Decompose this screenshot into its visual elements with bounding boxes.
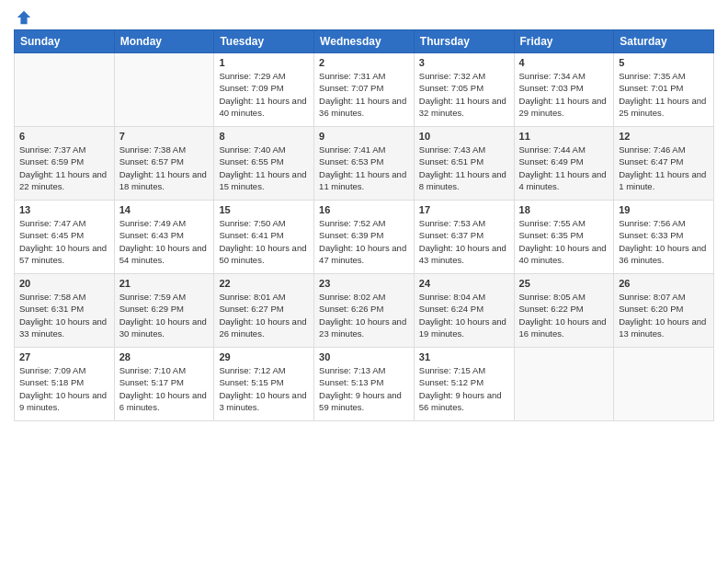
day-number: 21 [119, 278, 210, 289]
calendar-cell: 27Sunrise: 7:09 AMSunset: 5:18 PMDayligh… [15, 348, 115, 421]
calendar-cell: 12Sunrise: 7:46 AMSunset: 6:47 PMDayligh… [614, 127, 714, 201]
calendar-cell: 25Sunrise: 8:05 AMSunset: 6:22 PMDayligh… [514, 274, 614, 348]
logo-icon [16, 9, 32, 26]
day-info: Sunrise: 7:49 AMSunset: 6:43 PMDaylight:… [119, 217, 210, 266]
day-info: Sunrise: 7:12 AMSunset: 5:15 PMDaylight:… [219, 364, 309, 413]
calendar-cell: 15Sunrise: 7:50 AMSunset: 6:41 PMDayligh… [214, 201, 314, 274]
day-info: Sunrise: 8:07 AMSunset: 6:20 PMDaylight:… [619, 291, 709, 339]
calendar-cell: 14Sunrise: 7:49 AMSunset: 6:43 PMDayligh… [114, 201, 214, 274]
day-info: Sunrise: 7:58 AMSunset: 6:31 PMDaylight:… [19, 291, 109, 339]
day-number: 23 [319, 278, 409, 289]
day-number: 24 [419, 278, 509, 289]
day-number: 19 [619, 204, 709, 215]
day-number: 17 [419, 204, 509, 215]
page: SundayMondayTuesdayWednesdayThursdayFrid… [0, 0, 728, 563]
calendar-cell: 4Sunrise: 7:34 AMSunset: 7:03 PMDaylight… [514, 53, 614, 127]
calendar-header-monday: Monday [114, 30, 214, 53]
day-info: Sunrise: 7:44 AMSunset: 6:49 PMDaylight:… [519, 144, 609, 192]
calendar-cell: 7Sunrise: 7:38 AMSunset: 6:57 PMDaylight… [114, 127, 214, 201]
calendar-cell: 9Sunrise: 7:41 AMSunset: 6:53 PMDaylight… [314, 127, 415, 201]
day-number: 3 [419, 57, 509, 68]
day-info: Sunrise: 7:13 AMSunset: 5:13 PMDaylight:… [319, 364, 409, 413]
calendar-cell: 2Sunrise: 7:31 AMSunset: 7:07 PMDaylight… [314, 53, 415, 127]
header [14, 9, 714, 22]
calendar-cell [614, 348, 714, 421]
day-info: Sunrise: 7:15 AMSunset: 5:12 PMDaylight:… [419, 364, 509, 413]
day-info: Sunrise: 7:46 AMSunset: 6:47 PMDaylight:… [619, 144, 709, 192]
calendar-cell: 3Sunrise: 7:32 AMSunset: 7:05 PMDaylight… [414, 53, 514, 127]
day-number: 6 [19, 131, 109, 142]
calendar-cell: 28Sunrise: 7:10 AMSunset: 5:17 PMDayligh… [114, 348, 214, 421]
day-number: 28 [119, 351, 210, 362]
day-number: 9 [319, 131, 409, 142]
day-number: 7 [119, 131, 210, 142]
day-info: Sunrise: 8:05 AMSunset: 6:22 PMDaylight:… [519, 291, 609, 339]
calendar-cell: 16Sunrise: 7:52 AMSunset: 6:39 PMDayligh… [314, 201, 415, 274]
day-number: 16 [319, 204, 409, 215]
day-info: Sunrise: 7:38 AMSunset: 6:57 PMDaylight:… [119, 144, 210, 192]
day-info: Sunrise: 7:10 AMSunset: 5:17 PMDaylight:… [119, 364, 210, 413]
calendar-cell: 10Sunrise: 7:43 AMSunset: 6:51 PMDayligh… [414, 127, 514, 201]
calendar-cell: 31Sunrise: 7:15 AMSunset: 5:12 PMDayligh… [414, 348, 514, 421]
day-info: Sunrise: 8:01 AMSunset: 6:27 PMDaylight:… [219, 291, 309, 339]
calendar-cell: 29Sunrise: 7:12 AMSunset: 5:15 PMDayligh… [214, 348, 314, 421]
day-info: Sunrise: 8:02 AMSunset: 6:26 PMDaylight:… [319, 291, 409, 339]
day-number: 4 [519, 57, 609, 68]
calendar-header-saturday: Saturday [614, 30, 714, 53]
calendar-cell: 13Sunrise: 7:47 AMSunset: 6:45 PMDayligh… [15, 201, 115, 274]
day-number: 8 [219, 131, 309, 142]
day-number: 26 [619, 278, 709, 289]
calendar-header-wednesday: Wednesday [314, 30, 415, 53]
calendar-header-row: SundayMondayTuesdayWednesdayThursdayFrid… [15, 30, 714, 53]
day-number: 31 [419, 351, 509, 362]
day-number: 15 [219, 204, 309, 215]
day-info: Sunrise: 7:56 AMSunset: 6:33 PMDaylight:… [619, 217, 709, 266]
calendar-header-tuesday: Tuesday [214, 30, 314, 53]
day-number: 14 [119, 204, 210, 215]
day-number: 12 [619, 131, 709, 142]
logo [14, 9, 32, 22]
calendar-cell: 24Sunrise: 8:04 AMSunset: 6:24 PMDayligh… [414, 274, 514, 348]
calendar-cell: 30Sunrise: 7:13 AMSunset: 5:13 PMDayligh… [314, 348, 415, 421]
calendar-cell: 6Sunrise: 7:37 AMSunset: 6:59 PMDaylight… [15, 127, 115, 201]
day-number: 30 [319, 351, 409, 362]
day-info: Sunrise: 7:47 AMSunset: 6:45 PMDaylight:… [19, 217, 109, 266]
day-info: Sunrise: 7:35 AMSunset: 7:01 PMDaylight:… [619, 70, 709, 119]
day-info: Sunrise: 7:31 AMSunset: 7:07 PMDaylight:… [319, 70, 409, 119]
day-number: 13 [19, 204, 109, 215]
day-number: 25 [519, 278, 609, 289]
calendar-cell [514, 348, 614, 421]
day-info: Sunrise: 7:50 AMSunset: 6:41 PMDaylight:… [219, 217, 309, 266]
day-number: 22 [219, 278, 309, 289]
day-info: Sunrise: 7:41 AMSunset: 6:53 PMDaylight:… [319, 144, 409, 192]
day-info: Sunrise: 7:37 AMSunset: 6:59 PMDaylight:… [19, 144, 109, 192]
day-info: Sunrise: 7:53 AMSunset: 6:37 PMDaylight:… [419, 217, 509, 266]
calendar-cell: 22Sunrise: 8:01 AMSunset: 6:27 PMDayligh… [214, 274, 314, 348]
calendar-week-1: 6Sunrise: 7:37 AMSunset: 6:59 PMDaylight… [15, 127, 714, 201]
calendar-cell: 19Sunrise: 7:56 AMSunset: 6:33 PMDayligh… [614, 201, 714, 274]
calendar-header-thursday: Thursday [414, 30, 514, 53]
day-number: 5 [619, 57, 709, 68]
calendar-week-3: 20Sunrise: 7:58 AMSunset: 6:31 PMDayligh… [15, 274, 714, 348]
day-number: 11 [519, 131, 609, 142]
calendar-cell: 20Sunrise: 7:58 AMSunset: 6:31 PMDayligh… [15, 274, 115, 348]
day-info: Sunrise: 7:34 AMSunset: 7:03 PMDaylight:… [519, 70, 609, 119]
calendar-cell [15, 53, 115, 127]
day-info: Sunrise: 7:09 AMSunset: 5:18 PMDaylight:… [19, 364, 109, 413]
day-number: 27 [19, 351, 109, 362]
calendar-header-sunday: Sunday [15, 30, 115, 53]
day-number: 2 [319, 57, 409, 68]
calendar-cell: 21Sunrise: 7:59 AMSunset: 6:29 PMDayligh… [114, 274, 214, 348]
day-info: Sunrise: 7:29 AMSunset: 7:09 PMDaylight:… [219, 70, 309, 119]
day-info: Sunrise: 8:04 AMSunset: 6:24 PMDaylight:… [419, 291, 509, 339]
calendar-cell: 5Sunrise: 7:35 AMSunset: 7:01 PMDaylight… [614, 53, 714, 127]
day-number: 10 [419, 131, 509, 142]
calendar-cell: 26Sunrise: 8:07 AMSunset: 6:20 PMDayligh… [614, 274, 714, 348]
day-number: 29 [219, 351, 309, 362]
calendar-cell: 1Sunrise: 7:29 AMSunset: 7:09 PMDaylight… [214, 53, 314, 127]
logo-text [14, 9, 32, 26]
calendar-cell: 17Sunrise: 7:53 AMSunset: 6:37 PMDayligh… [414, 201, 514, 274]
calendar: SundayMondayTuesdayWednesdayThursdayFrid… [14, 29, 714, 421]
day-number: 20 [19, 278, 109, 289]
day-info: Sunrise: 7:43 AMSunset: 6:51 PMDaylight:… [419, 144, 509, 192]
